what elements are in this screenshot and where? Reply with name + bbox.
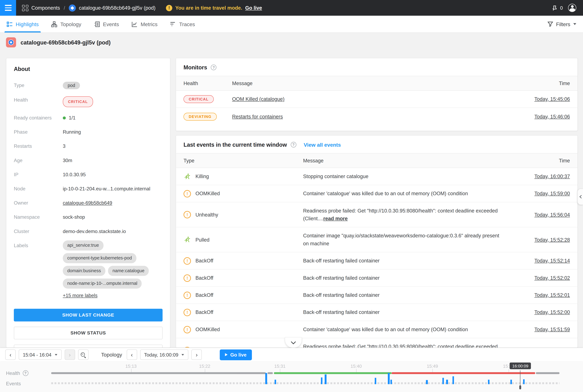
monitor-health-badge: DEVIATING [183, 112, 217, 120]
highlights-icon [7, 21, 13, 27]
show-configuration-button[interactable]: SHOW CONFIGURATION [14, 344, 163, 348]
breadcrumb-current[interactable]: catalogue-69b58cb649-gjl5v (pod) [69, 4, 156, 12]
event-time-link[interactable]: Today, 15:59:00 [534, 191, 570, 196]
monitor-time-link[interactable]: Today, 15:45:06 [534, 96, 570, 102]
event-time-link[interactable]: Today, 15:52:02 [534, 275, 570, 281]
about-row-owner: Owner catalogue-69b58cb649 [14, 200, 163, 206]
chevron-down-icon [55, 354, 57, 356]
event-row: !BackOffBack-off restarting failed conta… [176, 304, 577, 321]
range-back-button[interactable]: ‹ [5, 350, 16, 360]
ready-dot-icon [63, 116, 66, 120]
help-icon[interactable]: ? [291, 142, 296, 148]
go-live-link[interactable]: Go live [245, 5, 262, 10]
help-icon[interactable]: ? [211, 64, 216, 70]
read-more-link[interactable]: read more [323, 216, 348, 221]
timeline-tick-label: 15:49 [427, 364, 438, 369]
show-last-change-button[interactable]: SHOW LAST CHANGE [14, 309, 163, 322]
event-count-bar[interactable] [488, 380, 490, 384]
event-count-bar[interactable] [452, 376, 454, 384]
zoom-out-icon [81, 352, 86, 357]
time-forward-button[interactable]: › [191, 350, 202, 360]
health-segment-unknown [268, 372, 273, 374]
expand-right-panel-button[interactable] [577, 188, 583, 205]
health-segment-unknown [536, 372, 559, 374]
monitor-row: CRITICALOOM Killed (catalogue)Today, 15:… [176, 91, 577, 108]
tab-traces[interactable]: Traces [170, 16, 195, 32]
tab-bar: Highlights Topology Events Metrics Trace… [0, 16, 583, 33]
about-row-phase: Phase Running [14, 128, 163, 136]
event-time-link[interactable]: Today, 15:52:14 [534, 258, 570, 264]
event-time-link[interactable]: Today, 15:52:28 [534, 237, 570, 242]
play-icon [225, 353, 228, 356]
event-time-link[interactable]: Today, 15:52:01 [534, 292, 570, 298]
event-count-bar[interactable] [321, 377, 323, 384]
warning-circle-icon: ! [183, 291, 191, 299]
event-time-link[interactable]: Today, 15:51:59 [534, 327, 570, 332]
tab-highlights[interactable]: Highlights [7, 16, 39, 32]
pinned-views[interactable]: 0 [551, 5, 563, 11]
event-type: BackOff [195, 292, 213, 298]
traces-icon [170, 21, 176, 27]
event-count-bar[interactable] [325, 374, 327, 384]
event-time-link[interactable]: Today, 15:52:00 [534, 310, 570, 315]
about-actions: SHOW LAST CHANGE SHOW STATUS SHOW CONFIG… [14, 309, 163, 348]
view-all-events-link[interactable]: View all events [304, 142, 341, 148]
event-count-bar[interactable] [388, 373, 390, 384]
event-count-bar[interactable] [265, 373, 267, 384]
event-count-bar[interactable] [442, 378, 444, 384]
monitor-time-link[interactable]: Today, 15:46:06 [534, 114, 570, 119]
event-count-bar[interactable] [523, 379, 525, 384]
event-count-bar[interactable] [390, 380, 392, 384]
events-table-body: KillingStopping container catalogueToday… [176, 168, 577, 348]
event-type: OOMKilled [195, 327, 220, 332]
show-status-button[interactable]: SHOW STATUS [14, 327, 163, 340]
time-back-button[interactable]: ‹ [127, 350, 137, 360]
event-time-link[interactable]: Today, 15:56:04 [534, 212, 570, 218]
go-live-button[interactable]: Go live [220, 349, 252, 360]
label-pill: domain:business [63, 266, 105, 276]
event-count-bar[interactable] [375, 378, 376, 384]
range-forward-button[interactable]: › [65, 350, 75, 360]
components-grid-icon [22, 5, 29, 11]
owner-link[interactable]: catalogue-69b58cb649 [63, 200, 112, 206]
tab-events[interactable]: Events [94, 16, 119, 32]
health-segment-unknown [51, 372, 266, 374]
event-message: Container image "quay.io/stackstate/weav… [303, 233, 499, 246]
menu-icon[interactable] [0, 0, 16, 16]
breadcrumb[interactable]: Components [22, 5, 60, 11]
about-row-cluster: Cluster demo-dev.demo.stackstate.io [14, 228, 163, 235]
health-row-label: Health ? [6, 370, 28, 376]
monitors-panel: Monitors ? Health Message Time CRITICALO… [176, 58, 578, 131]
event-count-bar[interactable] [446, 380, 448, 384]
timeline-track[interactable]: 16:00:09 15:1315:2215:3115:4015:4915:58 [51, 361, 559, 392]
events-panel: Last events in the current time window ?… [176, 135, 578, 348]
events-row-label: Events [6, 381, 21, 386]
event-count-bar[interactable] [274, 380, 276, 384]
event-time-link[interactable]: Today, 16:00:37 [534, 174, 570, 179]
timeline-tick-label: 15:22 [199, 364, 210, 369]
filters-button[interactable]: Filters [547, 21, 576, 27]
time-range-select[interactable]: 15:04 - 16:04 [19, 350, 62, 360]
datetime-select[interactable]: Today, 16:00:09 [140, 350, 188, 360]
about-row-ready: Ready containers 1/1 [14, 114, 163, 121]
help-icon[interactable]: ? [23, 370, 28, 376]
user-avatar-icon[interactable] [568, 4, 576, 12]
tab-metrics[interactable]: Metrics [132, 16, 158, 32]
type-pill: pod [63, 82, 80, 89]
tab-topology[interactable]: Topology [51, 16, 81, 32]
event-type: OOMKilled [195, 191, 220, 196]
monitor-message-link[interactable]: Restarts for containers [232, 114, 283, 119]
more-labels-link[interactable]: +15 more labels [63, 293, 98, 298]
timeline-tick-mark [509, 369, 509, 372]
breadcrumb-section[interactable]: Components [32, 5, 60, 10]
about-row-restarts: Restarts 3 [14, 143, 163, 150]
event-count-bar[interactable] [510, 380, 512, 384]
event-count-bar[interactable] [426, 380, 428, 384]
timeline-cursor-handle[interactable] [519, 385, 521, 389]
monitor-message-link[interactable]: OOM Killed (catalogue) [232, 96, 284, 102]
runner-icon [183, 173, 191, 180]
event-message: Back-off restarting failed container [303, 275, 380, 281]
zoom-out-button[interactable] [78, 350, 88, 360]
event-message: Readiness probe failed: Get "http://10.0… [303, 344, 498, 348]
timeline-tick-mark [131, 369, 131, 372]
